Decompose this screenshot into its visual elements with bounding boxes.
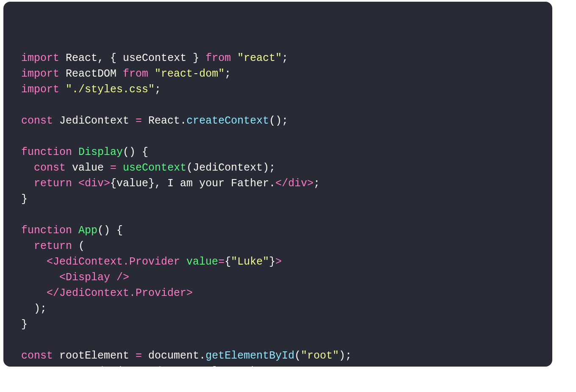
ident-usecontext: useContext bbox=[123, 52, 186, 64]
punct: ; bbox=[155, 83, 161, 96]
string: "react-dom" bbox=[155, 68, 224, 80]
jsx-selfclose: /> bbox=[155, 365, 167, 367]
jsx-tag-jedicontext-provider: JediContext.Provider bbox=[59, 287, 186, 299]
jsx-close-lt: </ bbox=[47, 287, 59, 299]
string: "./styles.css" bbox=[66, 83, 155, 96]
punct: () bbox=[123, 146, 136, 158]
punct: } bbox=[269, 256, 275, 268]
operator: = bbox=[218, 256, 224, 268]
code-panel: import React, { useContext } from "react… bbox=[3, 2, 552, 367]
jsx-gt: > bbox=[186, 287, 193, 299]
jsx-attr-value: value bbox=[186, 256, 218, 268]
punct: } bbox=[21, 318, 28, 331]
jsx-tag-jedicontext-provider: JediContext.Provider bbox=[53, 256, 180, 268]
punct: , bbox=[167, 365, 174, 367]
ident-rootelement: rootElement bbox=[180, 365, 250, 367]
keyword-return: return bbox=[34, 177, 72, 190]
jsx-div-close: </div> bbox=[275, 177, 313, 190]
jsx-lt: < bbox=[47, 256, 53, 268]
punct: } bbox=[193, 52, 199, 64]
keyword-function: function bbox=[21, 224, 72, 237]
jsx-tag-app: App bbox=[129, 365, 148, 367]
keyword-return: return bbox=[34, 240, 72, 252]
punct: ( bbox=[78, 240, 85, 252]
fn-usecontext: useContext bbox=[123, 162, 186, 174]
jsx-gt: > bbox=[275, 256, 282, 268]
punct: ( bbox=[116, 365, 123, 367]
ident-jedicontext: JediContext bbox=[193, 162, 263, 174]
punct: . bbox=[72, 365, 78, 367]
punct: ; bbox=[224, 68, 231, 80]
punct: { bbox=[110, 52, 116, 64]
ident-document: document bbox=[148, 350, 199, 362]
punct: ( bbox=[294, 350, 301, 362]
punct: ); bbox=[250, 365, 263, 367]
punct: { bbox=[224, 256, 231, 268]
ident-reactdom: ReactDOM bbox=[21, 365, 72, 367]
method-createcontext: createContext bbox=[186, 115, 269, 127]
jsx-tag-display: Display bbox=[66, 271, 110, 284]
punct: ( bbox=[186, 162, 193, 174]
keyword-from: from bbox=[123, 68, 148, 80]
punct: () bbox=[97, 224, 110, 237]
jsx-lt: < bbox=[59, 271, 66, 284]
method-getelementbyid: getElementById bbox=[205, 350, 294, 362]
punct: { bbox=[110, 177, 116, 190]
fn-display: Display bbox=[78, 146, 123, 158]
ident-reactdom: ReactDOM bbox=[66, 68, 116, 80]
operator: = bbox=[110, 162, 116, 174]
punct: ); bbox=[34, 303, 47, 315]
string: "Luke" bbox=[231, 256, 269, 268]
string: "react" bbox=[237, 52, 282, 64]
keyword-from: from bbox=[205, 52, 231, 64]
ident-value: value bbox=[116, 177, 148, 190]
fn-app: App bbox=[78, 224, 97, 237]
punct: ; bbox=[282, 52, 288, 64]
punct: , bbox=[97, 52, 104, 64]
punct: ; bbox=[313, 177, 320, 190]
ident-react: React bbox=[148, 115, 180, 127]
string: "root" bbox=[301, 350, 339, 362]
punct: { bbox=[142, 146, 148, 158]
jsx-selfclose: /> bbox=[116, 271, 129, 284]
keyword-const: const bbox=[21, 115, 53, 127]
ident-jedicontext: JediContext bbox=[59, 115, 129, 127]
punct: ); bbox=[339, 350, 352, 362]
punct: } bbox=[148, 177, 155, 190]
text: , I am your Father. bbox=[155, 177, 275, 190]
keyword-function: function bbox=[21, 146, 72, 158]
keyword-import: import bbox=[21, 68, 59, 80]
operator: = bbox=[136, 350, 142, 362]
jsx-lt: < bbox=[123, 365, 129, 367]
code-block: import React, { useContext } from "react… bbox=[21, 35, 534, 367]
punct: } bbox=[21, 193, 28, 205]
operator: = bbox=[136, 115, 142, 127]
ident-rootelement: rootElement bbox=[59, 350, 129, 362]
ident-react: React bbox=[66, 52, 97, 64]
keyword-import: import bbox=[21, 83, 59, 96]
punct: (); bbox=[269, 115, 288, 127]
punct: . bbox=[180, 115, 186, 127]
jsx-div-open: <div> bbox=[78, 177, 110, 190]
keyword-const: const bbox=[34, 162, 66, 174]
punct: ); bbox=[263, 162, 275, 174]
punct: { bbox=[116, 224, 123, 237]
ident-value: value bbox=[72, 162, 104, 174]
keyword-import: import bbox=[21, 52, 59, 64]
method-render: render bbox=[78, 365, 116, 367]
punct: . bbox=[199, 350, 205, 362]
keyword-const: const bbox=[21, 350, 53, 362]
